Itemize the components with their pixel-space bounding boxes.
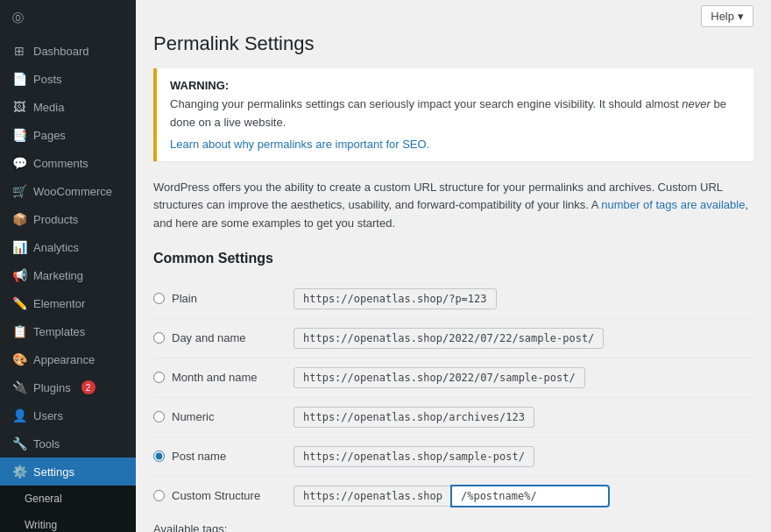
tools-icon: 🔧: [12, 436, 26, 450]
sidebar-item-woocommerce[interactable]: 🛒WooCommerce: [0, 177, 136, 205]
content-area: Permalink Settings WARNING: Changing you…: [136, 32, 771, 532]
sidebar-subitem-label-general: General: [25, 493, 62, 505]
option-label-day-name: Day and name: [172, 331, 246, 344]
option-radio-day-name[interactable]: [153, 332, 165, 344]
sidebar-item-label-plugins: Plugins: [33, 381, 71, 394]
warning-box: WARNING: Changing your permalinks settin…: [153, 68, 753, 161]
sidebar-item-label-comments: Comments: [33, 157, 88, 170]
settings-icon: ⚙️: [12, 465, 26, 479]
elementor-icon: ✏️: [12, 296, 26, 310]
description-text: WordPress offers you the ability to crea…: [153, 179, 753, 233]
sidebar-item-templates[interactable]: 📋Templates: [0, 317, 136, 345]
sidebar-item-products[interactable]: 📦Products: [0, 205, 136, 233]
sidebar: ⓪ ⊞Dashboard📄Posts🖼Media📑Pages💬Comments🛒…: [0, 0, 136, 532]
sidebar-subitem-label-writing: Writing: [25, 519, 57, 531]
option-radio-post-name[interactable]: [153, 450, 165, 462]
option-radio-month-name[interactable]: [153, 372, 165, 383]
main-content: Help ▾ Permalink Settings WARNING: Chang…: [136, 0, 771, 532]
sidebar-item-label-marketing: Marketing: [33, 269, 83, 282]
plugins-icon: 🔌: [12, 380, 26, 394]
plugins-badge: 2: [81, 380, 95, 394]
woocommerce-icon: 🛒: [12, 184, 26, 198]
wp-icon: ⓪: [12, 11, 24, 26]
sidebar-item-comments[interactable]: 💬Comments: [0, 149, 136, 177]
custom-structure-radio-col: Custom Structure: [153, 489, 294, 502]
option-url-month-name: https://openatlas.shop/2022/07/sample-po…: [294, 367, 585, 388]
sidebar-item-label-settings: Settings: [33, 465, 74, 479]
sidebar-item-media[interactable]: 🖼Media: [0, 93, 136, 121]
sidebar-item-label-users: Users: [33, 409, 63, 422]
sidebar-item-label-tools: Tools: [33, 437, 60, 450]
warning-text: Changing your permalinks settings can se…: [170, 96, 740, 132]
sidebar-item-label-analytics: Analytics: [33, 241, 79, 254]
custom-url-container: https://openatlas.shop: [294, 486, 609, 507]
sidebar-item-tools[interactable]: 🔧Tools: [0, 429, 136, 458]
option-label-month-name: Month and name: [172, 371, 258, 384]
option-radio-plain[interactable]: [153, 293, 165, 304]
sidebar-subitem-writing[interactable]: Writing: [0, 512, 136, 532]
sidebar-item-plugins[interactable]: 🔌Plugins2: [0, 373, 136, 401]
users-icon: 👤: [12, 408, 26, 422]
sidebar-item-label-woocommerce: WooCommerce: [33, 185, 112, 198]
option-row-month-name: Month and name https://openatlas.shop/20…: [153, 358, 753, 397]
custom-structure-row: Custom Structure https://openatlas.shop: [153, 476, 753, 515]
option-radio-col-plain: Plain: [153, 292, 294, 305]
sidebar-item-label-templates: Templates: [33, 325, 85, 338]
products-icon: 📦: [12, 212, 26, 226]
custom-url-base: https://openatlas.shop: [294, 486, 451, 507]
dashboard-icon: ⊞: [12, 44, 26, 58]
option-url-numeric: https://openatlas.shop/archives/123: [294, 407, 534, 428]
comments-icon: 💬: [12, 156, 26, 170]
help-arrow: ▾: [738, 10, 744, 23]
option-url-day-name: https://openatlas.shop/2022/07/22/sample…: [294, 328, 604, 349]
sidebar-item-label-media: Media: [33, 101, 64, 114]
sidebar-item-label-products: Products: [33, 213, 78, 226]
sidebar-item-posts[interactable]: 📄Posts: [0, 65, 136, 93]
sidebar-item-label-elementor: Elementor: [33, 297, 85, 310]
sidebar-item-settings[interactable]: ⚙️Settings: [0, 458, 136, 486]
warning-title: WARNING:: [170, 79, 740, 92]
sidebar-item-elementor[interactable]: ✏️Elementor: [0, 289, 136, 317]
option-radio-col-post-name: Post name: [153, 450, 294, 463]
sidebar-subitem-general[interactable]: General: [0, 486, 136, 512]
sidebar-item-marketing[interactable]: 📢Marketing: [0, 261, 136, 289]
option-url-post-name: https://openatlas.shop/sample-post/: [294, 446, 534, 467]
option-radio-col-numeric: Numeric: [153, 410, 294, 423]
sidebar-item-appearance[interactable]: 🎨Appearance: [0, 345, 136, 373]
wordpress-logo: ⓪: [0, 0, 136, 37]
custom-url-input[interactable]: [451, 486, 609, 507]
custom-structure-radio[interactable]: [153, 490, 165, 501]
common-settings-title: Common Settings: [153, 251, 753, 266]
custom-structure-label: Custom Structure: [172, 489, 260, 502]
pages-icon: 📑: [12, 128, 26, 142]
option-label-plain: Plain: [172, 292, 197, 305]
media-icon: 🖼: [12, 100, 26, 114]
tags-link[interactable]: number of tags are available: [601, 198, 745, 211]
sidebar-item-label-appearance: Appearance: [33, 353, 95, 366]
sidebar-item-pages[interactable]: 📑Pages: [0, 121, 136, 149]
option-url-plain: https://openatlas.shop/?p=123: [294, 288, 497, 309]
help-button[interactable]: Help ▾: [701, 5, 753, 27]
topbar: Help ▾: [136, 0, 771, 32]
option-label-post-name: Post name: [172, 450, 226, 463]
sidebar-item-users[interactable]: 👤Users: [0, 401, 136, 429]
option-radio-col-day-name: Day and name: [153, 331, 294, 344]
option-radio-col-month-name: Month and name: [153, 371, 294, 384]
templates-icon: 📋: [12, 324, 26, 338]
sidebar-item-analytics[interactable]: 📊Analytics: [0, 233, 136, 261]
page-title: Permalink Settings: [153, 32, 753, 55]
option-row-plain: Plain https://openatlas.shop/?p=123: [153, 280, 753, 318]
available-tags: Available tags:: [153, 522, 753, 532]
sidebar-item-dashboard[interactable]: ⊞Dashboard: [0, 37, 136, 65]
warning-link[interactable]: Learn about why permalinks are important…: [170, 138, 429, 151]
analytics-icon: 📊: [12, 240, 26, 254]
option-row-post-name: Post name https://openatlas.shop/sample-…: [153, 436, 753, 476]
appearance-icon: 🎨: [12, 352, 26, 366]
sidebar-item-label-pages: Pages: [33, 129, 66, 142]
option-radio-numeric[interactable]: [153, 411, 165, 422]
permalink-options: Plain https://openatlas.shop/?p=123 Day …: [153, 280, 753, 476]
sidebar-item-label-dashboard: Dashboard: [33, 45, 89, 58]
posts-icon: 📄: [12, 72, 26, 86]
help-label: Help: [711, 10, 734, 23]
option-row-day-name: Day and name https://openatlas.shop/2022…: [153, 318, 753, 358]
